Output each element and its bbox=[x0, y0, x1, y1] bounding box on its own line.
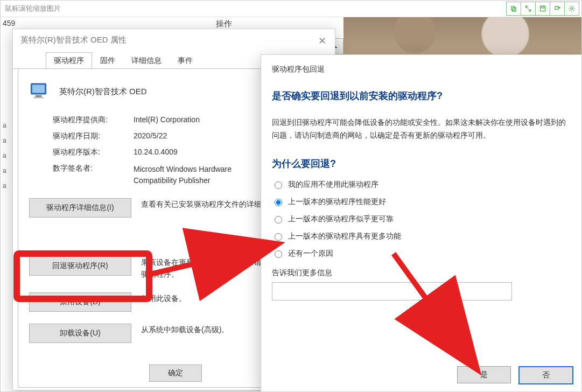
tell-more-label: 告诉我们更多信息 bbox=[272, 268, 571, 278]
tab-driver[interactable]: 驱动程序 bbox=[46, 52, 92, 69]
reason-label: 上一版本的驱动程序具有更多功能 bbox=[288, 232, 401, 241]
uninstall-device-button[interactable]: 卸载设备(U) bbox=[29, 324, 131, 343]
rollback-dialog: 驱动程序包回退 是否确实要回退到以前安装的驱动程序? 回退到旧驱动程序可能会降低… bbox=[261, 54, 582, 392]
svg-rect-8 bbox=[33, 97, 43, 99]
signer-label: 数字签名者: bbox=[53, 164, 134, 186]
save-icon[interactable] bbox=[535, 2, 550, 16]
rollback-body: 回退到旧驱动程序可能会降低设备的功能或安全性。如果这未解决你在使用设备时遇到的问… bbox=[272, 116, 571, 142]
copy-icon[interactable] bbox=[506, 2, 521, 16]
signer-value: Microsoft Windows Hardware Compatibility… bbox=[134, 164, 274, 186]
svg-point-4 bbox=[571, 8, 573, 10]
version-label: 驱动程序版本: bbox=[53, 148, 134, 157]
device-name: 英特尔(R)智音技术 OED bbox=[59, 87, 147, 97]
share-icon[interactable] bbox=[550, 2, 565, 16]
ok-button[interactable]: 确定 bbox=[149, 365, 202, 382]
provider-label: 驱动程序提供商: bbox=[53, 115, 134, 125]
provider-value: Intel(R) Corporation bbox=[134, 115, 200, 125]
tell-more-input[interactable] bbox=[272, 282, 512, 300]
topbar-icon-group bbox=[507, 2, 579, 16]
properties-tabs: 驱动程序 固件 详细信息 事件 bbox=[46, 53, 201, 69]
dialog-title: 英特尔(R)智音技术 OED 属性 bbox=[13, 29, 335, 51]
monitor-icon bbox=[29, 81, 51, 102]
svg-rect-0 bbox=[511, 6, 515, 10]
app-title: 鼠标滚轮缩放图片 bbox=[1, 4, 61, 13]
app-topbar: 鼠标滚轮缩放图片 bbox=[1, 1, 581, 17]
date-value: 2020/5/22 bbox=[134, 131, 167, 141]
reason-option-4[interactable]: 还有一个原因 bbox=[272, 249, 571, 258]
tab-details[interactable]: 详细信息 bbox=[123, 52, 170, 69]
rollback-why-heading: 为什么要回退? bbox=[272, 157, 571, 170]
version-value: 10.24.0.4009 bbox=[134, 148, 178, 157]
reason-option-3[interactable]: 上一版本的驱动程序具有更多功能 bbox=[272, 232, 571, 241]
no-button[interactable]: 否 bbox=[518, 366, 573, 384]
tab-firmware[interactable]: 固件 bbox=[92, 52, 123, 69]
reason-label: 我的应用不使用此驱动程序 bbox=[288, 180, 378, 190]
yes-button[interactable]: 是 bbox=[457, 366, 511, 383]
ops-label: 操作 bbox=[216, 19, 232, 29]
close-icon[interactable]: ✕ bbox=[314, 33, 329, 48]
page-number: 459 bbox=[3, 19, 15, 27]
svg-rect-7 bbox=[36, 95, 42, 97]
reason-option-2[interactable]: 上一版本的驱动程序似乎更可靠 bbox=[272, 214, 571, 224]
driver-details-button[interactable]: 驱动程序详细信息(I) bbox=[29, 198, 131, 218]
reason-label: 还有一个原因 bbox=[288, 249, 333, 258]
disable-device-button[interactable]: 禁用设备(D) bbox=[29, 292, 131, 312]
svg-rect-2 bbox=[540, 6, 545, 11]
rollback-driver-button[interactable]: 回退驱动程序(R) bbox=[29, 256, 131, 276]
preview-image bbox=[343, 17, 581, 55]
expand-icon[interactable] bbox=[521, 2, 536, 16]
left-gutter-text: aaaaa bbox=[3, 118, 8, 193]
reason-radio-group: 我的应用不使用此驱动程序 上一版本的驱动程序性能更好 上一版本的驱动程序似乎更可… bbox=[272, 180, 571, 258]
tab-events[interactable]: 事件 bbox=[170, 52, 201, 69]
reason-option-0[interactable]: 我的应用不使用此驱动程序 bbox=[272, 180, 571, 190]
rollback-heading: 是否确实要回退到以前安装的驱动程序? bbox=[272, 89, 571, 102]
reason-label: 上一版本的驱动程序性能更好 bbox=[288, 197, 386, 207]
dialog-title-text: 英特尔(R)智音技术 OED 属性 bbox=[20, 35, 127, 45]
date-label: 驱动程序日期: bbox=[53, 131, 134, 141]
reason-label: 上一版本的驱动程序似乎更可靠 bbox=[288, 214, 394, 224]
gear-icon[interactable] bbox=[564, 2, 579, 16]
svg-rect-3 bbox=[542, 6, 544, 8]
rollback-small-title: 驱动程序包回退 bbox=[272, 65, 571, 74]
svg-rect-1 bbox=[513, 8, 516, 11]
reason-option-1[interactable]: 上一版本的驱动程序性能更好 bbox=[272, 197, 571, 207]
svg-rect-6 bbox=[32, 85, 45, 93]
viewport: 鼠标滚轮缩放图片 459 操作 上一张 aaaaa 英特尔(R)智音技术 OED… bbox=[0, 0, 582, 392]
